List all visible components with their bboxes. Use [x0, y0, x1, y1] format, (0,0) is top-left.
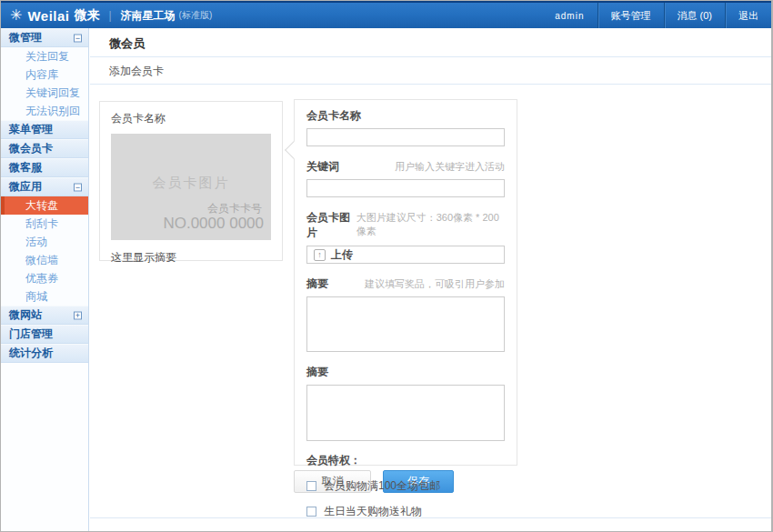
keyword-label: 关键词 — [306, 159, 339, 175]
collapse-icon[interactable]: − — [74, 183, 82, 191]
sidebar-item-neirongku[interactable]: 内容库 — [1, 65, 88, 84]
summary1-textarea[interactable] — [306, 296, 505, 352]
sidebar-item-wufashibie-huifu[interactable]: 无法识别回复 — [1, 102, 88, 120]
preview-summary-note: 这里显示摘要 — [111, 250, 271, 266]
sidebar-section-label: 菜单管理 — [9, 123, 53, 136]
card-image-placeholder-text: 会员卡图片 — [111, 175, 271, 192]
card-image-placeholder: 会员卡图片 会员卡卡号 NO.0000 0000 — [111, 134, 271, 240]
sidebar-item-dazhuanpan-selected[interactable]: 大转盘 — [1, 196, 88, 215]
checkbox-icon[interactable] — [306, 481, 316, 491]
collapse-icon[interactable]: − — [74, 34, 82, 42]
logout-button[interactable]: 退出 — [725, 3, 771, 28]
brand-name-en: Weilai — [27, 8, 69, 24]
upload-button-label: 上传 — [331, 247, 353, 263]
upload-button[interactable]: ↑ 上传 — [306, 246, 505, 264]
card-image-size-hint: 大图片建议尺寸：360像素 * 200像素 — [356, 211, 505, 238]
sidebar-section-weiguanli[interactable]: 微管理 − — [1, 28, 88, 47]
sidebar-section-label: 微网站 — [9, 308, 42, 321]
content-area: 会员卡名称 会员卡图片 会员卡卡号 NO.0000 0000 这里显示摘要 会员… — [90, 85, 771, 531]
sidebar-section-tongji-fenxi[interactable]: 统计分析 — [1, 344, 88, 363]
keyword-input[interactable] — [306, 179, 505, 197]
workspace-edition: (标准版) — [179, 9, 213, 22]
messages-button[interactable]: 消息 (0) — [664, 3, 726, 28]
sidebar-item-shangcheng[interactable]: 商城 — [1, 287, 88, 306]
card-name-label: 会员卡名称 — [306, 108, 361, 124]
sidebar-section-weiwangzhan[interactable]: 微网站 + — [1, 306, 88, 325]
summary2-label: 摘要 — [306, 365, 328, 380]
card-name-input[interactable] — [306, 128, 505, 146]
summary1-label: 摘要 — [306, 276, 328, 292]
brand-area: ✳ Weilai 微来 | 济南星工场 (标准版) — [1, 3, 212, 28]
summary2-textarea[interactable] — [306, 385, 505, 441]
sidebar-section-label: 门店管理 — [9, 327, 53, 340]
sidebar-section-caidan-guanli[interactable]: 菜单管理 — [1, 120, 88, 139]
sidebar-item-guanzhu-huifu[interactable]: 关注回复 — [1, 47, 88, 65]
app-window: { "header": { "brand": "Weilai", "brand_… — [0, 0, 773, 532]
sidebar-item-guanjianci-huifu[interactable]: 关键词回复 — [1, 84, 88, 102]
page-title: 微会员 — [90, 28, 771, 57]
sidebar-item-huodong[interactable]: 活动 — [1, 233, 88, 251]
preview-card-name-label: 会员卡名称 — [111, 111, 271, 126]
workspace-name: 济南星工场 — [121, 8, 176, 24]
card-preview-panel: 会员卡名称 会员卡图片 会员卡卡号 NO.0000 0000 这里显示摘要 — [99, 101, 283, 261]
keyword-hint: 用户输入关键字进入活动 — [395, 160, 505, 174]
breadcrumb-add-member-card: 添加会员卡 — [90, 57, 771, 85]
brand-name-cn: 微来 — [74, 7, 99, 24]
card-image-label: 会员卡图片 — [306, 210, 356, 241]
sidebar-section-label: 微客服 — [9, 161, 42, 174]
sidebar-section-weihuiyuanka[interactable]: 微会员卡 — [1, 139, 88, 158]
privilege-option-label: 会员购物满100全场包邮 — [324, 478, 440, 494]
summary1-hint: 建议填写奖品，可吸引用户参加 — [365, 277, 505, 291]
top-header: ✳ Weilai 微来 | 济南星工场 (标准版) admin 账号管理 消息 … — [1, 1, 771, 28]
main-area: 微会员 添加会员卡 会员卡名称 会员卡图片 会员卡卡号 NO.0000 0000… — [90, 28, 771, 531]
expand-icon[interactable]: + — [74, 311, 82, 319]
sidebar-section-label: 统计分析 — [9, 346, 53, 359]
privilege-option-free-shipping[interactable]: 会员购物满100全场包邮 — [306, 478, 505, 494]
member-card-form: 会员卡名称 关键词 用户输入关键字进入活动 会员卡图片 大图片建议尺寸：360像… — [294, 99, 517, 466]
sidebar-section-label: 微会员卡 — [9, 142, 53, 155]
upload-icon: ↑ — [314, 249, 326, 261]
checkbox-icon[interactable] — [306, 507, 316, 517]
weilai-logo-icon: ✳ — [10, 8, 22, 23]
card-number-value: NO.0000 0000 — [163, 215, 264, 233]
sidebar-section-weiyingyong[interactable]: 微应用 − — [1, 177, 88, 196]
sidebar-section-label: 微应用 — [9, 180, 42, 193]
privilege-option-label: 生日当天购物送礼物 — [324, 504, 422, 519]
sidebar-section-mendian-guanli[interactable]: 门店管理 — [1, 325, 88, 344]
header-user-area: admin 账号管理 消息 (0) 退出 — [555, 3, 771, 28]
account-management-button[interactable]: 账号管理 — [597, 3, 664, 28]
sidebar: 微管理 − 关注回复 内容库 关键词回复 无法识别回复 菜单管理 微会员卡 微客… — [1, 28, 89, 531]
username-label: admin — [555, 11, 584, 21]
sidebar-item-guaguaka[interactable]: 刮刮卡 — [1, 215, 88, 233]
sidebar-section-weikefu[interactable]: 微客服 — [1, 158, 88, 177]
sidebar-item-youhuiquan[interactable]: 优惠券 — [1, 269, 88, 287]
sidebar-item-weixinqiang[interactable]: 微信墙 — [1, 251, 88, 269]
sidebar-section-label: 微管理 — [9, 31, 42, 44]
member-privileges-label: 会员特权： — [306, 453, 505, 468]
privilege-option-birthday-gift[interactable]: 生日当天购物送礼物 — [306, 504, 505, 519]
brand-divider: | — [108, 9, 111, 22]
